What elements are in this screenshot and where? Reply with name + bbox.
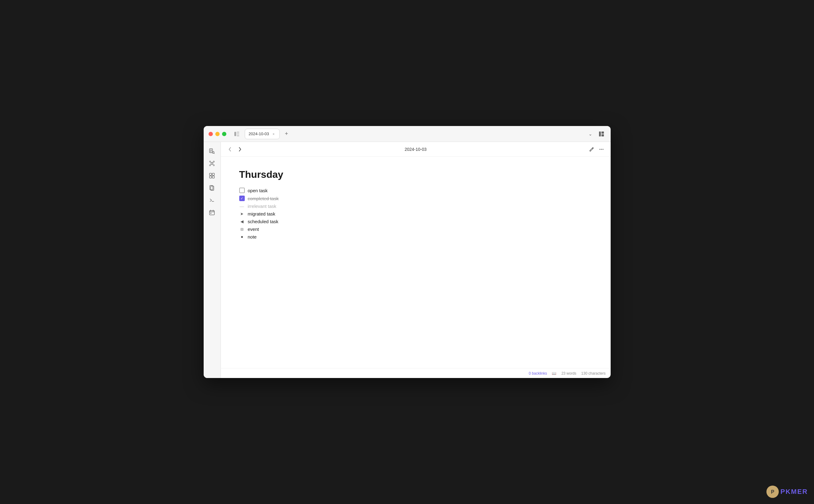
svg-point-37: [602, 149, 603, 150]
backlinks-count[interactable]: 0 backlinks: [529, 371, 547, 376]
list-item: ⊟ event: [239, 227, 592, 232]
status-bar: 0 backlinks 📖 23 words 130 characters: [221, 368, 611, 378]
tab-label: 2024-10-03: [249, 132, 269, 136]
migrated-task-text: migrated task: [248, 211, 275, 216]
sidebar: [204, 142, 221, 378]
sidebar-toggle-button[interactable]: [232, 130, 241, 138]
note-text: note: [248, 234, 257, 239]
content-area: 2024-10-03: [221, 142, 611, 378]
more-button[interactable]: [597, 145, 606, 154]
svg-rect-22: [209, 173, 212, 175]
titlebar-right: ⌄: [586, 130, 606, 138]
event-text: event: [248, 227, 259, 232]
tab-bar: 2024-10-03 × +: [245, 129, 583, 139]
char-count: 130 characters: [581, 371, 606, 376]
list-item: ➤ migrated task: [239, 211, 592, 216]
edit-button[interactable]: [587, 145, 596, 154]
svg-line-18: [211, 162, 211, 163]
sidebar-item-search[interactable]: [206, 146, 217, 157]
note-marker: [241, 236, 243, 238]
dropdown-button[interactable]: ⌄: [586, 130, 595, 138]
pkmer-logo: P: [766, 486, 779, 498]
svg-line-12: [214, 153, 214, 154]
svg-text:P: P: [771, 489, 774, 494]
svg-rect-2: [237, 134, 239, 134]
main-layout: 2024-10-03: [204, 142, 611, 378]
svg-point-16: [209, 165, 211, 166]
svg-point-35: [599, 149, 600, 150]
list-item: ◀ scheduled task: [239, 219, 592, 224]
svg-point-17: [213, 165, 214, 166]
svg-rect-24: [209, 176, 212, 178]
maximize-button[interactable]: [222, 132, 226, 136]
svg-rect-1: [237, 132, 239, 132]
svg-line-21: [212, 164, 213, 165]
topbar-title: 2024-10-03: [404, 147, 427, 152]
svg-point-15: [213, 161, 214, 162]
svg-rect-6: [602, 134, 604, 136]
open-task-text: open task: [248, 188, 268, 193]
pkmer-watermark: P PKMER: [766, 486, 808, 498]
svg-rect-25: [212, 176, 214, 178]
list-item: — irrelevant task: [239, 204, 592, 209]
sidebar-item-grid[interactable]: [206, 170, 217, 181]
svg-rect-3: [237, 136, 239, 136]
svg-rect-33: [210, 213, 211, 214]
svg-rect-0: [234, 132, 236, 136]
close-button[interactable]: [208, 132, 213, 136]
layout-button[interactable]: [597, 130, 606, 138]
svg-rect-23: [212, 173, 214, 175]
list-item: ✓ completed task: [239, 196, 592, 201]
app-window: 2024-10-03 × + ⌄: [204, 126, 611, 378]
scheduled-task-text: scheduled task: [248, 219, 278, 224]
editor-area: Thursday open task ✓ completed task —: [221, 157, 611, 368]
completed-task-text: completed task: [248, 196, 279, 201]
topbar-right: [587, 145, 606, 154]
new-tab-button[interactable]: +: [282, 130, 291, 138]
page-title: Thursday: [239, 169, 592, 180]
back-button[interactable]: [226, 145, 234, 154]
sidebar-item-calendar[interactable]: [206, 207, 217, 218]
titlebar: 2024-10-03 × + ⌄: [204, 126, 611, 142]
list-item: note: [239, 234, 592, 239]
sidebar-item-pages[interactable]: [206, 182, 217, 193]
svg-point-14: [209, 161, 211, 162]
irrelevant-marker: —: [239, 204, 245, 209]
list-item: open task: [239, 188, 592, 193]
tab-close-button[interactable]: ×: [271, 132, 276, 136]
book-icon: 📖: [552, 371, 556, 376]
completed-task-checkbox[interactable]: ✓: [239, 196, 245, 201]
pkmer-text: PKMER: [781, 488, 808, 496]
svg-rect-5: [602, 132, 604, 134]
word-count: 23 words: [561, 371, 576, 376]
topbar: 2024-10-03: [221, 142, 611, 157]
open-task-checkbox[interactable]: [239, 188, 245, 193]
svg-rect-4: [599, 132, 601, 136]
svg-line-19: [212, 162, 213, 163]
traffic-lights: [208, 132, 226, 136]
irrelevant-task-text: irrelevant task: [248, 204, 276, 209]
sidebar-item-graph[interactable]: [206, 158, 217, 169]
event-marker: ⊟: [239, 227, 245, 231]
migrated-marker: ➤: [239, 212, 245, 216]
svg-rect-29: [209, 211, 214, 215]
svg-point-36: [601, 149, 602, 150]
active-tab[interactable]: 2024-10-03 ×: [245, 129, 280, 139]
task-list: open task ✓ completed task — irrelevant …: [239, 188, 592, 239]
svg-line-20: [211, 164, 211, 165]
nav-buttons: [226, 145, 244, 154]
minimize-button[interactable]: [215, 132, 220, 136]
sidebar-item-terminal[interactable]: [206, 195, 217, 206]
scheduled-marker: ◀: [239, 219, 245, 224]
forward-button[interactable]: [235, 145, 244, 154]
